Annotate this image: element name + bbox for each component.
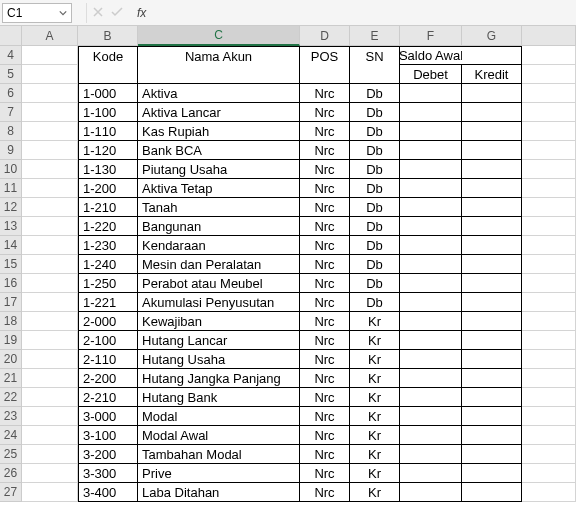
row-header[interactable]: 12: [0, 198, 22, 217]
cell[interactable]: [22, 255, 78, 274]
select-all-corner[interactable]: [0, 26, 22, 46]
cell-kode[interactable]: 3-200: [78, 445, 138, 464]
cell[interactable]: [522, 255, 576, 274]
cell-kode[interactable]: 3-300: [78, 464, 138, 483]
cell[interactable]: [22, 445, 78, 464]
column-header[interactable]: D: [300, 26, 350, 46]
enter-icon[interactable]: [111, 5, 123, 20]
cell[interactable]: [22, 179, 78, 198]
table-header-nama[interactable]: Nama Akun: [138, 46, 300, 65]
cell[interactable]: [522, 274, 576, 293]
cell-debet[interactable]: [400, 369, 462, 388]
cell[interactable]: [22, 160, 78, 179]
table-header-kredit[interactable]: Kredit: [462, 65, 522, 84]
cell-kredit[interactable]: [462, 331, 522, 350]
column-header-blank[interactable]: [522, 26, 576, 46]
cell-pos[interactable]: Nrc: [300, 103, 350, 122]
cell[interactable]: [22, 198, 78, 217]
cell-nama[interactable]: Kendaraan: [138, 236, 300, 255]
fx-icon[interactable]: fx: [137, 6, 146, 20]
cell-nama[interactable]: Hutang Jangka Panjang: [138, 369, 300, 388]
cell-pos[interactable]: Nrc: [300, 160, 350, 179]
cell[interactable]: [522, 236, 576, 255]
table-header-saldo-r[interactable]: [462, 46, 522, 65]
cell-debet[interactable]: [400, 464, 462, 483]
cell-kredit[interactable]: [462, 369, 522, 388]
cell-nama[interactable]: Hutang Usaha: [138, 350, 300, 369]
cell[interactable]: [522, 198, 576, 217]
cell[interactable]: [522, 179, 576, 198]
cell[interactable]: [22, 103, 78, 122]
cell[interactable]: [522, 122, 576, 141]
cell-pos[interactable]: Nrc: [300, 293, 350, 312]
cell[interactable]: [522, 46, 576, 65]
cell-kredit[interactable]: [462, 160, 522, 179]
column-header[interactable]: A: [22, 26, 78, 46]
cell-kredit[interactable]: [462, 388, 522, 407]
cell-pos[interactable]: Nrc: [300, 426, 350, 445]
cell-kode[interactable]: 1-221: [78, 293, 138, 312]
cell-kredit[interactable]: [462, 445, 522, 464]
cell-pos[interactable]: Nrc: [300, 122, 350, 141]
cell[interactable]: [522, 445, 576, 464]
cell-kode[interactable]: 2-000: [78, 312, 138, 331]
table-header-debet[interactable]: Debet: [400, 65, 462, 84]
row-header[interactable]: 8: [0, 122, 22, 141]
table-header-pos-b[interactable]: [300, 65, 350, 84]
cell[interactable]: [522, 464, 576, 483]
cell-nama[interactable]: Bangunan: [138, 217, 300, 236]
cell-nama[interactable]: Aktiva Lancar: [138, 103, 300, 122]
cell-kredit[interactable]: [462, 407, 522, 426]
column-header[interactable]: C: [138, 26, 300, 46]
cell[interactable]: [522, 293, 576, 312]
cell-sn[interactable]: Kr: [350, 426, 400, 445]
column-header[interactable]: E: [350, 26, 400, 46]
cell-debet[interactable]: [400, 236, 462, 255]
cell[interactable]: [22, 236, 78, 255]
cell-nama[interactable]: Modal Awal: [138, 426, 300, 445]
cell-debet[interactable]: [400, 312, 462, 331]
cell-nama[interactable]: Modal: [138, 407, 300, 426]
cell[interactable]: [522, 217, 576, 236]
cell-pos[interactable]: Nrc: [300, 179, 350, 198]
cell-kode[interactable]: 1-200: [78, 179, 138, 198]
cell-pos[interactable]: Nrc: [300, 255, 350, 274]
cell[interactable]: [22, 217, 78, 236]
name-box[interactable]: C1: [2, 3, 72, 23]
cell-kode[interactable]: 2-210: [78, 388, 138, 407]
cell-debet[interactable]: [400, 255, 462, 274]
cell-debet[interactable]: [400, 160, 462, 179]
cell-kode[interactable]: 1-110: [78, 122, 138, 141]
cell-debet[interactable]: [400, 198, 462, 217]
row-header[interactable]: 15: [0, 255, 22, 274]
cell[interactable]: [522, 312, 576, 331]
cell-kode[interactable]: 1-130: [78, 160, 138, 179]
cell-sn[interactable]: Kr: [350, 464, 400, 483]
cell-pos[interactable]: Nrc: [300, 141, 350, 160]
cell-sn[interactable]: Db: [350, 293, 400, 312]
cancel-icon[interactable]: [93, 5, 103, 20]
cell-kode[interactable]: 1-250: [78, 274, 138, 293]
cell[interactable]: [22, 407, 78, 426]
cell-nama[interactable]: Tanah: [138, 198, 300, 217]
row-header[interactable]: 22: [0, 388, 22, 407]
cell-debet[interactable]: [400, 217, 462, 236]
cell-kredit[interactable]: [462, 236, 522, 255]
cell[interactable]: [522, 388, 576, 407]
cell-pos[interactable]: Nrc: [300, 331, 350, 350]
cell[interactable]: [522, 407, 576, 426]
row-header[interactable]: 27: [0, 483, 22, 502]
cell-nama[interactable]: Piutang Usaha: [138, 160, 300, 179]
cell-debet[interactable]: [400, 407, 462, 426]
cell-debet[interactable]: [400, 141, 462, 160]
cell[interactable]: [522, 483, 576, 502]
cell-pos[interactable]: Nrc: [300, 407, 350, 426]
cell-sn[interactable]: Db: [350, 274, 400, 293]
cell[interactable]: [522, 369, 576, 388]
cell-debet[interactable]: [400, 179, 462, 198]
row-header[interactable]: 26: [0, 464, 22, 483]
cell-kode[interactable]: 3-100: [78, 426, 138, 445]
row-header[interactable]: 6: [0, 84, 22, 103]
cell-kredit[interactable]: [462, 293, 522, 312]
table-header-nama-b[interactable]: [138, 65, 300, 84]
